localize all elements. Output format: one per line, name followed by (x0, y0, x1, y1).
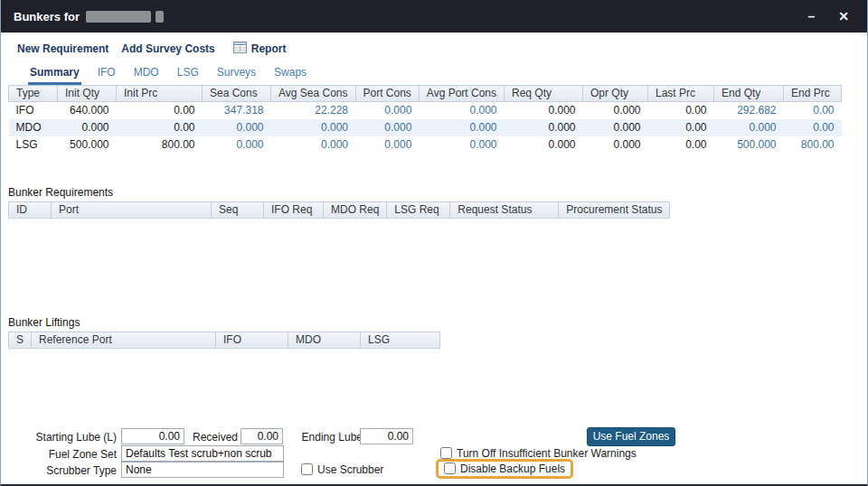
column-header[interactable]: LSG (361, 332, 440, 348)
grid-cell[interactable]: 347.318 (203, 102, 271, 119)
table-row[interactable]: MDO0.0000.000.0000.0000.0000.0000.0000.0… (9, 119, 842, 136)
column-header[interactable]: Port (52, 201, 212, 218)
grid-cell[interactable]: 0.000 (419, 119, 504, 136)
grid-cell[interactable]: 0.000 (419, 136, 504, 154)
grid-cell[interactable]: 0.000 (271, 136, 356, 154)
grid-cell[interactable]: 800.00 (784, 136, 842, 154)
tab-surveys[interactable]: Surveys (215, 63, 258, 85)
grid-cell[interactable]: 0.000 (355, 119, 419, 136)
annotation-highlight: Disable Backup Fuels (436, 459, 573, 479)
new-requirement-button[interactable]: New Requirement (17, 42, 108, 55)
scrubber-type-input[interactable] (121, 462, 284, 478)
tab-swaps[interactable]: Swaps (272, 63, 308, 85)
toolbar: New Requirement Add Survey Costs Report (1, 33, 867, 61)
summary-table: TypeInit QtyInit PrcSea ConsAvg Sea Cons… (8, 85, 842, 154)
turn-off-warnings-checkbox-row[interactable]: Turn Off Insufficient Bunker Warnings (440, 447, 637, 460)
use-fuel-zones-button[interactable]: Use Fuel Zones (587, 427, 675, 446)
column-header[interactable]: Sea Cons (203, 86, 271, 102)
table-row[interactable]: LSG500.000800.000.0000.0000.0000.0000.00… (9, 136, 842, 154)
column-header[interactable]: Init Qty (58, 86, 117, 102)
grid-cell[interactable]: 0.000 (203, 136, 271, 154)
grid-cell[interactable]: 0.000 (583, 119, 648, 136)
grid-cell[interactable]: 0.000 (583, 136, 648, 154)
bunker-liftings-title: Bunker Liftings (8, 316, 867, 329)
column-header[interactable]: End Prc (784, 86, 842, 102)
column-header[interactable]: LSG Req (387, 201, 450, 218)
column-header[interactable]: Reference Port (32, 332, 216, 348)
grid-cell[interactable]: 0.000 (355, 136, 419, 154)
column-header[interactable]: Req Qty (505, 86, 583, 102)
grid-cell[interactable]: 0.00 (117, 119, 203, 136)
use-scrubber-checkbox-row[interactable]: Use Scrubber (301, 463, 383, 476)
grid-cell[interactable]: 0.000 (505, 136, 583, 154)
grid-cell[interactable]: 0.000 (203, 119, 271, 136)
column-header[interactable]: Type (9, 86, 58, 102)
row-type-cell: IFO (9, 102, 58, 119)
grid-cell[interactable]: 0.00 (784, 119, 842, 136)
minimize-icon[interactable]: – (807, 10, 815, 23)
grid-cell[interactable]: 500.000 (58, 136, 117, 154)
grid-cell[interactable]: 800.00 (117, 136, 203, 154)
grid-cell[interactable]: 0.00 (648, 102, 714, 119)
column-header[interactable]: End Qty (714, 86, 784, 102)
report-button-label: Report (251, 42, 287, 55)
close-icon[interactable]: ✕ (838, 10, 849, 23)
starting-lube-input[interactable] (121, 428, 184, 444)
column-header[interactable]: MDO Req (324, 201, 387, 218)
use-scrubber-checkbox[interactable] (301, 463, 313, 475)
grid-cell[interactable]: 0.000 (505, 102, 583, 119)
grid-cell[interactable]: 0.000 (271, 119, 356, 136)
bunker-requirements-table: IDPortSeqIFO ReqMDO ReqLSG ReqRequest St… (8, 201, 670, 219)
tab-lsg[interactable]: LSG (175, 63, 201, 85)
vessel-name-redacted (86, 11, 151, 23)
column-header[interactable]: Port Cons (355, 86, 419, 102)
tab-mdo[interactable]: MDO (132, 63, 161, 85)
grid-cell[interactable]: 292.682 (714, 102, 784, 119)
grid-cell[interactable]: 0.000 (714, 119, 784, 136)
tab-summary[interactable]: Summary (28, 63, 81, 85)
grid-cell[interactable]: 0.00 (784, 102, 842, 119)
titlebar: Bunkers for – ✕ (1, 0, 867, 33)
column-header[interactable]: S (9, 332, 32, 348)
vessel-name-redacted-suffix (156, 11, 164, 23)
fuel-zone-set-input[interactable] (121, 445, 284, 462)
use-scrubber-label: Use Scrubber (317, 463, 383, 476)
tab-ifo[interactable]: IFO (96, 63, 118, 85)
column-header[interactable]: Procurement Status (559, 201, 670, 218)
grid-cell[interactable]: 0.000 (58, 119, 117, 136)
column-header[interactable]: Avg Port Cons (419, 86, 504, 102)
column-header[interactable]: MDO (288, 332, 361, 348)
ending-lube-input[interactable] (360, 428, 413, 444)
grid-cell[interactable]: 500.000 (714, 136, 784, 154)
column-header[interactable]: IFO Req (264, 201, 324, 218)
report-button[interactable]: Report (233, 42, 287, 56)
grid-cell[interactable]: 0.000 (419, 102, 504, 119)
column-header[interactable]: Opr Qty (583, 86, 648, 102)
grid-cell[interactable]: 22.228 (271, 102, 356, 119)
ending-lube-label: Ending Lube (292, 431, 363, 444)
column-header[interactable]: IFO (216, 332, 288, 348)
grid-cell[interactable]: 0.000 (505, 119, 583, 136)
received-input[interactable] (241, 428, 283, 444)
column-header[interactable]: Last Prc (648, 86, 714, 102)
grid-cell[interactable]: 0.000 (355, 102, 419, 119)
fuel-zone-set-label: Fuel Zone Set (8, 448, 117, 461)
disable-backup-fuels-checkbox[interactable] (444, 463, 456, 474)
window-controls: – ✕ (807, 10, 854, 23)
grid-cell[interactable]: 0.00 (117, 102, 203, 119)
scrubber-type-label: Scrubber Type (8, 464, 117, 477)
grid-cell[interactable]: 640.000 (58, 102, 117, 119)
column-header[interactable]: Init Prc (117, 86, 203, 102)
add-survey-costs-button[interactable]: Add Survey Costs (121, 42, 214, 55)
column-header[interactable]: ID (9, 201, 52, 218)
disable-backup-fuels-checkbox-row[interactable]: Disable Backup Fuels (444, 463, 565, 475)
grid-cell[interactable]: 0.00 (648, 119, 714, 136)
column-header[interactable]: Request Status (450, 201, 559, 218)
column-header[interactable]: Seq (212, 201, 264, 218)
turn-off-warnings-checkbox[interactable] (440, 447, 452, 459)
grid-cell[interactable]: 0.00 (648, 136, 714, 154)
column-header[interactable]: Avg Sea Cons (271, 86, 356, 102)
table-row[interactable]: IFO640.0000.00347.31822.2280.0000.0000.0… (9, 102, 842, 119)
row-type-cell: MDO (9, 119, 58, 136)
grid-cell[interactable]: 0.000 (583, 102, 648, 119)
